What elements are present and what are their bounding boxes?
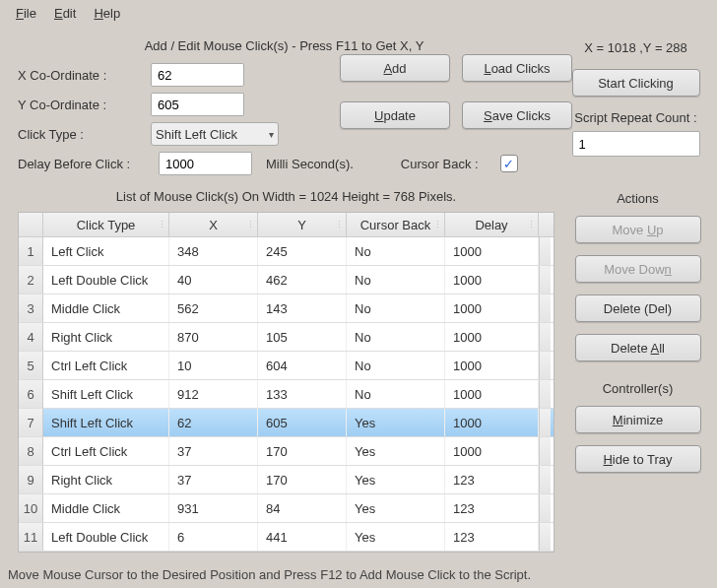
cell-delay: 1000 [445, 323, 539, 351]
menu-file[interactable]: File [8, 4, 44, 23]
row-number: 8 [19, 437, 43, 465]
minimize-button[interactable]: Minimize [575, 406, 701, 433]
cell-x: 40 [169, 266, 258, 294]
table-row[interactable]: 1Left Click348245No1000 [19, 237, 554, 266]
cell-click-type: Left Double Click [43, 523, 169, 551]
cell-x: 6 [169, 523, 258, 551]
table-row[interactable]: 9Right Click37170Yes123 [19, 466, 554, 494]
cell-y: 245 [258, 237, 347, 265]
start-clicking-button[interactable]: Start Clicking [572, 69, 700, 97]
scrollbar-track[interactable] [539, 237, 551, 265]
cell-cursor-back: Yes [347, 409, 445, 436]
click-type-select[interactable]: Shift Left Click ▾ [151, 122, 279, 146]
cell-y: 170 [258, 466, 347, 493]
delete-button[interactable]: Delete (Del) [575, 294, 701, 322]
menu-edit[interactable]: Edit [46, 4, 84, 23]
load-clicks-button[interactable]: Load Clicks [462, 54, 572, 82]
table-row[interactable]: 6Shift Left Click912133No1000 [19, 380, 554, 409]
cursor-back-label: Cursor Back : [401, 157, 479, 171]
hide-to-tray-button[interactable]: Hide to Tray [575, 445, 701, 473]
cell-delay: 123 [445, 523, 539, 551]
scrollbar-track[interactable] [539, 294, 551, 322]
table-row[interactable]: 10Middle Click93184Yes123 [19, 494, 554, 523]
cell-x: 912 [169, 380, 258, 408]
menu-help[interactable]: Help [86, 4, 128, 23]
status-bar: Move Mouse Cursor to the Desired Positio… [0, 561, 717, 588]
col-header-click-type[interactable]: Click Type⋮ [43, 213, 169, 236]
cell-click-type: Shift Left Click [43, 380, 169, 408]
scrollbar-track[interactable] [539, 323, 551, 351]
cell-y: 604 [258, 352, 347, 379]
row-number: 10 [19, 494, 43, 522]
chevron-down-icon: ▾ [269, 129, 274, 140]
cell-click-type: Left Click [43, 237, 169, 265]
table-row[interactable]: 5Ctrl Left Click10604No1000 [19, 352, 554, 380]
delete-all-button[interactable]: Delete All [575, 334, 701, 361]
cell-click-type: Middle Click [43, 494, 169, 522]
cell-cursor-back: Yes [347, 437, 445, 465]
move-down-button[interactable]: Move Down [575, 255, 701, 283]
delay-input[interactable] [159, 152, 252, 175]
save-clicks-button[interactable]: Save Clicks [462, 101, 572, 129]
table-row[interactable]: 8Ctrl Left Click37170Yes1000 [19, 437, 554, 466]
scrollbar-track[interactable] [539, 409, 551, 436]
move-up-button[interactable]: Move Up [575, 216, 701, 243]
actions-title: Actions [568, 183, 707, 216]
table-row[interactable]: 3Middle Click562143No1000 [19, 294, 554, 323]
scrollbar-track[interactable] [539, 352, 551, 379]
cell-cursor-back: No [347, 237, 445, 265]
cell-y: 105 [258, 323, 347, 351]
table-header-row: Click Type⋮ X⋮ Y⋮ Cursor Back⋮ Delay⋮ [19, 213, 554, 237]
scrollbar-track[interactable] [539, 437, 551, 465]
table-row[interactable]: 2Left Double Click40462No1000 [19, 266, 554, 294]
delay-label: Delay Before Click : [18, 157, 151, 171]
add-button[interactable]: Add [340, 54, 450, 82]
cell-cursor-back: Yes [347, 494, 445, 522]
cell-click-type: Left Double Click [43, 266, 169, 294]
cell-click-type: Right Click [43, 466, 169, 493]
cell-cursor-back: Yes [347, 523, 445, 551]
cell-delay: 1000 [445, 294, 539, 322]
table-row[interactable]: 7Shift Left Click62605Yes1000 [19, 409, 554, 437]
script-repeat-label: Script Repeat Count : [564, 110, 707, 125]
row-number: 1 [19, 237, 43, 265]
scrollbar-track[interactable] [539, 494, 551, 522]
cell-delay: 1000 [445, 409, 539, 436]
col-header-x[interactable]: X⋮ [169, 213, 258, 236]
col-header-delay[interactable]: Delay⋮ [445, 213, 539, 236]
x-coord-input[interactable] [151, 63, 244, 87]
cell-click-type: Middle Click [43, 294, 169, 322]
cell-y: 441 [258, 523, 347, 551]
cursor-back-checkbox[interactable]: ✓ [500, 155, 518, 172]
col-header-cursor-back[interactable]: Cursor Back⋮ [347, 213, 445, 236]
row-number: 11 [19, 523, 43, 551]
script-repeat-input[interactable] [572, 131, 700, 157]
cell-delay: 1000 [445, 352, 539, 379]
scrollbar-track[interactable] [539, 523, 551, 551]
cell-click-type: Ctrl Left Click [43, 352, 169, 379]
table-row[interactable]: 4Right Click870105No1000 [19, 323, 554, 352]
row-number: 5 [19, 352, 43, 379]
row-number: 4 [19, 323, 43, 351]
cell-y: 84 [258, 494, 347, 522]
scrollbar-track[interactable] [539, 380, 551, 408]
scrollbar-track[interactable] [539, 466, 551, 493]
x-coord-label: X Co-Ordinate : [18, 68, 151, 83]
y-coord-input[interactable] [151, 93, 244, 116]
cell-cursor-back: Yes [347, 466, 445, 493]
cell-y: 133 [258, 380, 347, 408]
col-header-y[interactable]: Y⋮ [258, 213, 347, 236]
table-row[interactable]: 11Left Double Click6441Yes123 [19, 523, 554, 552]
cell-y: 170 [258, 437, 347, 465]
cell-cursor-back: No [347, 266, 445, 294]
cell-x: 10 [169, 352, 258, 379]
update-button[interactable]: Update [340, 101, 450, 129]
cell-x: 931 [169, 494, 258, 522]
cell-x: 348 [169, 237, 258, 265]
controllers-title: Controller(s) [568, 373, 707, 406]
scrollbar-track[interactable] [539, 266, 551, 294]
cell-click-type: Ctrl Left Click [43, 437, 169, 465]
table-title: List of Mouse Click(s) On Width = 1024 H… [18, 183, 554, 212]
cell-cursor-back: No [347, 380, 445, 408]
cell-x: 870 [169, 323, 258, 351]
